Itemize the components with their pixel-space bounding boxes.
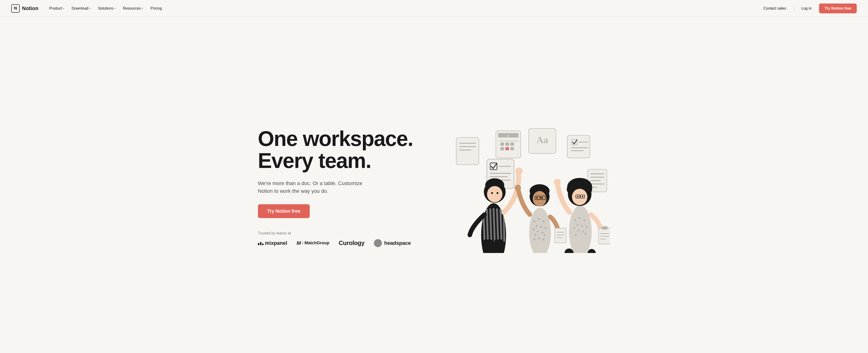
svg-point-70 <box>536 197 538 199</box>
svg-point-106 <box>554 179 561 186</box>
svg-point-59 <box>545 227 547 229</box>
svg-point-93 <box>582 230 584 232</box>
svg-point-105 <box>582 196 583 197</box>
login-link[interactable]: Log in <box>797 4 816 12</box>
logo-icon-letter: N <box>14 6 17 11</box>
svg-rect-16 <box>567 135 590 158</box>
headspace-circle-icon <box>374 239 382 247</box>
curology-text: Curology <box>339 239 365 247</box>
svg-point-94 <box>575 234 577 236</box>
nav-download-label: Download <box>72 6 88 10</box>
svg-point-104 <box>577 196 579 197</box>
svg-point-56 <box>535 225 537 227</box>
svg-rect-11 <box>500 147 504 150</box>
navbar: N Notion Product ▾ Download ▾ Solutions <box>0 0 868 17</box>
logo-headspace: headspace <box>374 239 411 247</box>
svg-point-60 <box>537 230 538 232</box>
svg-point-47 <box>515 167 522 174</box>
nav-item-download[interactable]: Download ▾ <box>68 4 94 12</box>
hero-illustration-svg: 1 Aa <box>452 122 610 253</box>
svg-point-71 <box>541 197 543 199</box>
svg-point-91 <box>585 226 587 228</box>
hero-content: One workspace. Every team. We're more th… <box>258 128 452 247</box>
svg-point-92 <box>578 229 579 231</box>
hero-section: One workspace. Every team. We're more th… <box>247 17 622 353</box>
trusted-by-label: Trusted by teams at <box>258 231 442 235</box>
svg-text:1: 1 <box>507 134 509 137</box>
matchgroup-icon: M <box>297 240 301 246</box>
logo-matchgroup: M i MatchGroup <box>297 240 330 246</box>
logo-icon: N <box>11 4 20 13</box>
svg-point-62 <box>535 234 536 236</box>
nav-try-free-label: Try Notion free <box>825 6 851 10</box>
hero-title-line2: Every team. <box>258 149 371 172</box>
svg-point-89 <box>581 225 583 227</box>
mixpanel-text: mixpanel <box>265 240 287 246</box>
svg-rect-10 <box>510 142 514 146</box>
svg-point-44 <box>487 186 502 202</box>
svg-line-39 <box>497 208 498 242</box>
svg-point-65 <box>533 238 535 240</box>
nav-item-solutions[interactable]: Solutions ▾ <box>95 4 119 12</box>
svg-point-100 <box>572 189 587 205</box>
svg-point-85 <box>574 219 576 221</box>
nav-item-product[interactable]: Product ▾ <box>46 4 67 12</box>
hero-cta-button[interactable]: Try Notion free <box>258 204 310 218</box>
svg-line-40 <box>500 209 502 242</box>
matchgroup-text: MatchGroup <box>305 240 330 246</box>
svg-rect-0 <box>456 137 479 165</box>
svg-point-53 <box>533 220 535 222</box>
nav-item-resources[interactable]: Resources ▾ <box>120 4 146 12</box>
hero-subtitle: We're more than a doc. Or a table. Custo… <box>258 180 370 195</box>
svg-rect-76 <box>555 228 566 243</box>
logo-text: Notion <box>22 5 38 11</box>
svg-point-95 <box>584 233 586 235</box>
svg-rect-13 <box>510 147 514 150</box>
svg-rect-9 <box>505 142 509 146</box>
svg-point-61 <box>541 232 543 233</box>
svg-rect-108 <box>602 226 608 230</box>
svg-line-37 <box>490 208 491 242</box>
svg-point-55 <box>542 220 544 222</box>
svg-point-46 <box>496 192 498 194</box>
nav-resources-label: Resources <box>123 6 141 10</box>
contact-sales-link[interactable]: Contact sales <box>759 4 791 12</box>
svg-point-58 <box>532 228 534 230</box>
chevron-down-icon: ▾ <box>142 7 143 10</box>
svg-point-88 <box>576 224 578 226</box>
logo-mixpanel: mixpanel <box>258 240 287 246</box>
svg-point-45 <box>491 192 493 194</box>
trusted-by-section: Trusted by teams at mixpanel M i MatchGr… <box>258 231 442 247</box>
svg-rect-12 <box>505 147 509 150</box>
trusted-logos: mixpanel M i MatchGroup Curology headspa… <box>258 239 442 247</box>
svg-point-87 <box>583 219 585 221</box>
svg-point-57 <box>540 226 542 228</box>
hero-title: One workspace. Every team. <box>258 128 442 172</box>
hero-cta-label: Try Notion free <box>267 208 300 214</box>
nav-pricing-label: Pricing <box>150 6 162 10</box>
login-label: Log in <box>802 6 812 10</box>
mixpanel-dots-icon <box>258 242 264 245</box>
svg-point-75 <box>515 185 521 191</box>
svg-rect-48 <box>483 239 492 253</box>
nav-right: Contact sales Log in Try Notion free <box>759 3 857 13</box>
nav-item-pricing[interactable]: Pricing <box>147 4 165 12</box>
svg-point-90 <box>573 227 575 229</box>
svg-point-66 <box>542 238 544 240</box>
svg-point-64 <box>538 237 540 239</box>
svg-point-86 <box>579 217 581 219</box>
hero-illustration: 1 Aa <box>452 122 610 253</box>
chevron-down-icon: ▾ <box>114 7 116 10</box>
nav-try-free-button[interactable]: Try Notion free <box>819 3 857 13</box>
nav-menu: Product ▾ Download ▾ Solutions ▾ Resourc… <box>46 4 165 12</box>
chevron-down-icon: ▾ <box>89 7 90 10</box>
nav-product-label: Product <box>49 6 62 10</box>
hero-title-line1: One workspace. <box>258 127 413 150</box>
svg-rect-49 <box>494 239 503 253</box>
svg-text:Aa: Aa <box>536 135 548 145</box>
headspace-text: headspace <box>384 240 411 246</box>
svg-point-52 <box>529 208 551 253</box>
svg-rect-8 <box>500 142 504 146</box>
logo-link[interactable]: N Notion <box>11 4 38 13</box>
svg-point-63 <box>544 234 546 236</box>
